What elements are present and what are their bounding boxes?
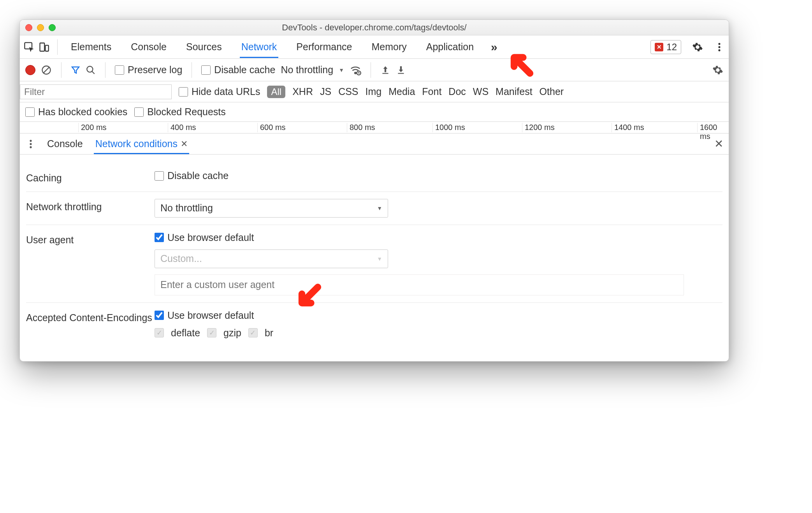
tab-network[interactable]: Network [240, 36, 279, 58]
preserve-log-checkbox[interactable]: Preserve log [115, 64, 182, 76]
tab-application[interactable]: Application [425, 36, 475, 58]
ua-custom-select: Custom... ▼ [155, 249, 388, 268]
filter-img[interactable]: Img [366, 86, 382, 97]
blocked-requests-input[interactable] [134, 107, 144, 117]
svg-point-16 [30, 146, 32, 148]
throttling-select-box[interactable]: No throttling ▼ [155, 199, 388, 218]
hide-data-urls-checkbox[interactable]: Hide data URLs [179, 86, 260, 97]
svg-point-3 [718, 43, 720, 45]
waterfall-tick: 800 ms [347, 123, 375, 132]
preserve-log-label: Preserve log [128, 64, 182, 76]
filter-js[interactable]: JS [320, 86, 331, 97]
disable-cache-checkbox[interactable]: Disable cache [201, 64, 275, 76]
tab-sources[interactable]: Sources [185, 36, 223, 58]
tab-performance[interactable]: Performance [295, 36, 353, 58]
drawer-menu-icon[interactable] [25, 139, 36, 149]
network-conditions-panel: Caching Disable cache Network throttling… [20, 155, 729, 361]
encodings-row: Accepted Content-Encodings Use browser d… [26, 303, 722, 346]
svg-point-14 [30, 140, 32, 142]
svg-point-5 [718, 49, 720, 51]
caching-disable-input[interactable] [155, 171, 164, 181]
waterfall-header: 200 ms 400 ms 600 ms 800 ms 1000 ms 1200… [20, 122, 729, 134]
ua-default-input[interactable] [155, 233, 164, 242]
tab-console[interactable]: Console [129, 36, 168, 58]
hide-data-urls-label: Hide data URLs [192, 86, 260, 97]
device-toggle-icon[interactable] [39, 42, 49, 53]
tab-memory[interactable]: Memory [370, 36, 408, 58]
encodings-default-label: Use browser default [167, 310, 254, 321]
filter-all-pill[interactable]: All [267, 86, 285, 98]
has-blocked-cookies-input[interactable] [25, 107, 35, 117]
filter-manifest[interactable]: Manifest [496, 86, 532, 97]
separator [105, 62, 105, 78]
filter-media[interactable]: Media [388, 86, 415, 97]
waterfall-tick: 200 ms [78, 123, 107, 132]
chevron-down-icon: ▼ [339, 67, 344, 73]
error-badge[interactable]: ✕ 12 [650, 40, 681, 54]
error-count: 12 [666, 42, 677, 53]
export-har-icon[interactable] [396, 65, 406, 75]
throttling-select-value: No throttling [160, 202, 213, 214]
drawer-tabs: Console Network conditions ✕ ✕ [20, 134, 729, 155]
user-agent-row: User agent Use browser default Custom...… [26, 225, 722, 303]
encodings-default-checkbox[interactable]: Use browser default [155, 310, 722, 321]
clear-icon[interactable] [41, 65, 52, 76]
br-checkbox [248, 328, 258, 337]
waterfall-tick: 400 ms [168, 123, 196, 132]
svg-rect-2 [46, 45, 49, 51]
caching-disable-label: Disable cache [167, 170, 228, 181]
throttling-row: Network throttling No throttling ▼ [26, 192, 722, 225]
filter-font[interactable]: Font [422, 86, 441, 97]
hide-data-urls-input[interactable] [179, 87, 188, 97]
filter-css[interactable]: CSS [338, 86, 358, 97]
titlebar: DevTools - developer.chrome.com/tags/dev… [20, 20, 729, 35]
ua-default-checkbox[interactable]: Use browser default [155, 232, 722, 243]
caching-disable-checkbox[interactable]: Disable cache [155, 170, 722, 181]
cookies-bar: Has blocked cookies Blocked Requests [20, 102, 729, 122]
encodings-list: deflate gzip br [155, 327, 722, 339]
svg-rect-1 [40, 43, 45, 51]
svg-point-10 [355, 72, 356, 74]
gzip-label: gzip [223, 327, 241, 339]
filter-xhr[interactable]: XHR [292, 86, 313, 97]
separator [371, 62, 371, 78]
import-har-icon[interactable] [380, 65, 390, 75]
disable-cache-input[interactable] [201, 65, 211, 75]
has-blocked-cookies-checkbox[interactable]: Has blocked cookies [25, 106, 127, 118]
waterfall-tick: 1000 ms [432, 123, 465, 132]
tab-elements[interactable]: Elements [69, 36, 113, 58]
kebab-menu-icon[interactable] [714, 42, 725, 53]
network-conditions-icon[interactable] [350, 64, 361, 76]
blocked-requests-checkbox[interactable]: Blocked Requests [134, 106, 226, 118]
svg-point-4 [718, 46, 720, 48]
filter-other[interactable]: Other [540, 86, 564, 97]
more-tabs-button[interactable]: » [491, 40, 497, 54]
throttling-label: Network throttling [26, 199, 155, 213]
window-title: DevTools - developer.chrome.com/tags/dev… [20, 23, 729, 33]
deflate-label: deflate [171, 327, 200, 339]
svg-line-7 [43, 67, 49, 73]
drawer-tab-network-conditions[interactable]: Network conditions ✕ [94, 134, 189, 154]
network-settings-icon[interactable] [712, 65, 723, 76]
filter-ws[interactable]: WS [473, 86, 489, 97]
throttling-select[interactable]: No throttling ▼ [281, 64, 344, 76]
filter-icon[interactable] [71, 65, 80, 75]
close-tab-icon[interactable]: ✕ [181, 139, 188, 149]
encodings-label: Accepted Content-Encodings [26, 310, 155, 324]
svg-rect-12 [382, 73, 388, 74]
record-button[interactable] [25, 65, 35, 75]
preserve-log-input[interactable] [115, 65, 124, 75]
inspect-element-icon[interactable] [24, 42, 35, 53]
drawer-tab-label: Network conditions [95, 138, 178, 149]
filter-bar: Hide data URLs All XHR JS CSS Img Media … [20, 81, 729, 102]
encodings-default-input[interactable] [155, 311, 164, 320]
drawer-tab-console[interactable]: Console [46, 134, 84, 154]
disable-cache-label: Disable cache [214, 64, 275, 76]
filter-doc[interactable]: Doc [448, 86, 466, 97]
svg-rect-13 [398, 73, 404, 74]
filter-input[interactable] [20, 84, 172, 99]
search-icon[interactable] [86, 65, 96, 75]
close-drawer-icon[interactable]: ✕ [714, 137, 723, 150]
svg-line-9 [92, 71, 95, 74]
settings-icon[interactable] [692, 42, 703, 53]
